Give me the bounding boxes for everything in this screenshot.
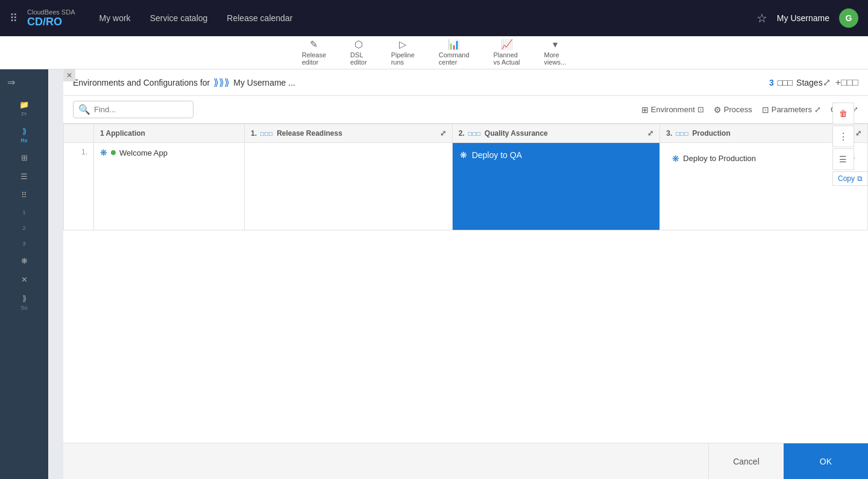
toolbar-more-views[interactable]: ▾ Moreviews... xyxy=(532,36,579,69)
qa-num: 2. xyxy=(459,129,465,138)
rr-num: 1. xyxy=(251,129,257,138)
sidebar-item-3[interactable]: 3 xyxy=(0,236,48,252)
main-toolbar: ✎ Releaseeditor ⬡ DSLeditor ▷ Pipelineru… xyxy=(0,36,868,69)
app-cell: ❋ Welcome App xyxy=(94,143,245,230)
app-name: Welcome App xyxy=(119,148,168,157)
release-editor-icon: ✎ xyxy=(310,39,318,50)
nav-release-calendar[interactable]: Release calendar xyxy=(227,13,292,23)
sidebar-item-tools[interactable]: ✕ xyxy=(0,270,48,289)
search-input[interactable] xyxy=(94,105,188,114)
process-label: Process xyxy=(724,105,752,114)
add-stage-icon[interactable]: +□□□ xyxy=(835,77,858,88)
cancel-button[interactable]: Cancel xyxy=(708,443,784,480)
expand-icon[interactable]: ⤢ xyxy=(823,77,831,88)
hamburger-button[interactable]: ☰ xyxy=(832,148,854,170)
prod-dots: □□□ xyxy=(676,130,688,137)
parameters-expand-icon: ⤢ xyxy=(814,105,821,114)
planned-actual-label: Plannedvs Actual xyxy=(494,51,520,66)
app-network-icon: ❋ xyxy=(100,148,107,157)
stages-label: Stages xyxy=(796,78,823,87)
modal-toolbar-right: ⊞ Environment ⊡ ⚙ Process ⊡ Parameters ⤢… xyxy=(641,105,858,115)
ok-button[interactable]: OK xyxy=(784,443,868,480)
sidebar-item-grid[interactable]: ⊞ xyxy=(0,148,48,167)
search-icon: 🔍 xyxy=(78,104,90,115)
brand-main[interactable]: CD/RO xyxy=(27,16,75,28)
tools-icon: ✕ xyxy=(21,275,28,284)
process-icon: ⚙ xyxy=(714,105,722,115)
environment-label: Environment xyxy=(651,105,695,114)
col-release-readiness: 1. □□□ Release Readiness ⤢ xyxy=(245,124,453,143)
app-cell-content: ❋ Welcome App xyxy=(100,148,238,157)
modal-title: Environments and Configurations for ⟫⟫⟫ … xyxy=(73,77,769,88)
process-button[interactable]: ⚙ Process xyxy=(714,105,752,115)
col-application: 1 Application xyxy=(94,124,245,143)
modal-dialog: Environments and Configurations for ⟫⟫⟫ … xyxy=(63,69,868,479)
brand-sub: CloudBees SDA xyxy=(27,8,75,16)
sidebar-item-label-release: Re xyxy=(20,138,28,144)
nav-links: My work Service catalog Release calendar xyxy=(99,13,756,23)
qa-label: Quality Assurance xyxy=(485,129,548,138)
modal-footer: Cancel OK xyxy=(63,443,868,479)
sidebar-item-network[interactable]: ❋ xyxy=(0,252,48,270)
copy-icon: ⧉ xyxy=(857,174,863,183)
delete-button[interactable]: 🗑 xyxy=(832,103,854,124)
deploy-qa-cell[interactable]: ❋ Deploy to QA xyxy=(452,143,660,230)
num-3-label: 3 xyxy=(22,241,25,247)
num-2-label: 2 xyxy=(22,225,25,231)
application-col-num: 1 xyxy=(100,129,104,138)
parameters-button[interactable]: ⊡ Parameters ⤢ xyxy=(762,105,821,115)
toolbar-release-editor[interactable]: ✎ Releaseeditor xyxy=(290,36,338,69)
application-col-label: Application xyxy=(106,129,145,138)
command-center-icon: 📊 xyxy=(448,39,460,50)
toolbar-pipeline-runs[interactable]: ▷ Pipelineruns xyxy=(379,36,427,69)
sidebar-item-2[interactable]: 2 xyxy=(0,220,48,236)
deploy-qa-content: ❋ Deploy to QA xyxy=(453,143,660,230)
nav-my-work[interactable]: My work xyxy=(99,13,131,23)
environment-button[interactable]: ⊞ Environment ⊡ xyxy=(641,105,704,115)
command-center-label: Commandcenter xyxy=(439,51,470,66)
favorite-icon[interactable]: ☆ xyxy=(756,11,767,25)
more-options-button[interactable]: ⋮ xyxy=(832,125,854,147)
nav-service-catalog[interactable]: Service catalog xyxy=(150,13,208,23)
sidebar-item-list[interactable]: ☰ xyxy=(0,167,48,186)
grid-icon[interactable]: ⠿ xyxy=(10,11,17,25)
prod-label: Production xyxy=(692,129,730,138)
modal-close-button[interactable]: ✕ xyxy=(63,69,75,81)
modal-username: My Username ... xyxy=(233,78,295,87)
release-icon: ⟫ xyxy=(22,127,27,136)
avatar[interactable]: G xyxy=(839,8,858,28)
copy-button[interactable]: Copy ⧉ xyxy=(832,171,868,186)
navbar-right: ☆ My Username G xyxy=(756,8,858,28)
environment-grid-icon: ⊡ xyxy=(697,105,704,114)
footer-right: Cancel OK xyxy=(708,443,868,479)
environment-icon: ⊞ xyxy=(641,105,649,115)
sidebar-item-label-summary: Su xyxy=(20,305,27,311)
copy-label: Copy xyxy=(838,174,855,183)
more-views-label: Moreviews... xyxy=(544,51,567,66)
sidebar-item-summary[interactable]: ⟫ Su xyxy=(0,289,48,316)
col-quality-assurance: 2. □□□ Quality Assurance ⤢ xyxy=(452,124,660,143)
deploy-prod-network-icon: ❋ xyxy=(672,154,679,163)
sidebar-item-label-project: Pr xyxy=(22,111,27,117)
qa-expand-icon[interactable]: ⤢ xyxy=(647,129,653,138)
planned-actual-icon: 📈 xyxy=(501,39,513,50)
rr-expand-icon[interactable]: ⤢ xyxy=(440,129,446,138)
toolbar-planned-actual[interactable]: 📈 Plannedvs Actual xyxy=(482,36,532,69)
sidebar-item-release[interactable]: ⟫ Re xyxy=(0,122,48,148)
sidebar-item-dots[interactable]: ⠿ xyxy=(0,186,48,205)
sidebar-item-1[interactable]: 1 xyxy=(0,205,48,220)
search-box[interactable]: 🔍 xyxy=(73,101,193,118)
toolbar-dsl-editor[interactable]: ⬡ DSLeditor xyxy=(338,36,379,69)
stages-table: 1 Application 1. □□□ Release Readiness ⤢ xyxy=(63,124,868,230)
sidebar-toggle[interactable]: ⇒ xyxy=(0,69,48,95)
stages-info: 3 □□□ Stages xyxy=(769,78,823,87)
sidebar-item-project[interactable]: 📁 Pr xyxy=(0,95,48,122)
deploy-prod-label: Deploy to Production xyxy=(683,154,756,163)
modal-arrows-icon: ⟫⟫⟫ xyxy=(213,77,230,88)
toolbar-command-center[interactable]: 📊 Commandcenter xyxy=(427,36,482,69)
deploy-qa-network-icon: ❋ xyxy=(460,150,467,160)
release-editor-label: Releaseeditor xyxy=(302,51,326,66)
side-nav: ⇒ 📁 Pr ⟫ Re ⊞ ☰ ⠿ 1 2 3 ❋ ✕ ⟫ Su xyxy=(0,69,48,479)
row-number: 1. xyxy=(64,143,94,230)
qa-header: 2. □□□ Quality Assurance ⤢ xyxy=(459,129,654,138)
